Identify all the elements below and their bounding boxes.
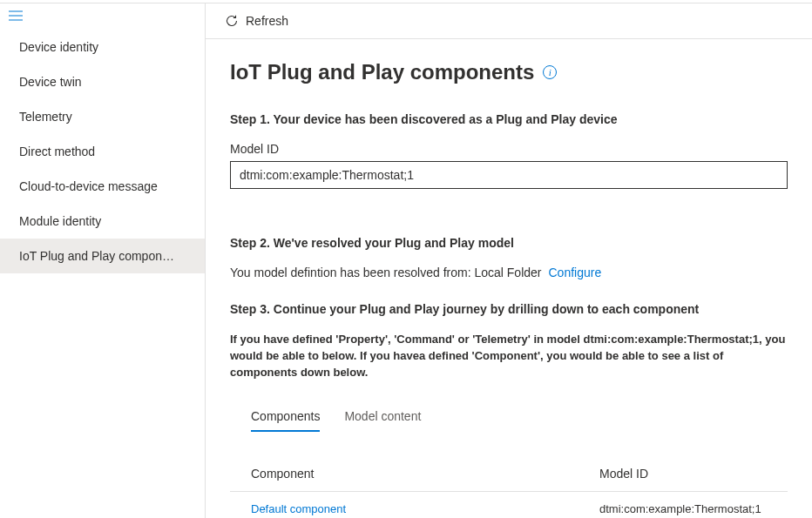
sidebar-item-module-identity[interactable]: Module identity bbox=[0, 204, 205, 239]
nav-list: Device identity Device twin Telemetry Di… bbox=[0, 30, 205, 273]
content-area: IoT Plug and Play components i Step 1. Y… bbox=[206, 39, 812, 518]
step-3-description: If you have defined 'Property', 'Command… bbox=[230, 332, 788, 381]
table-row: Default component dtmi:com:example:Therm… bbox=[230, 492, 788, 518]
step-3-heading: Step 3. Continue your Plug and Play jour… bbox=[230, 302, 788, 316]
step-3: Step 3. Continue your Plug and Play jour… bbox=[230, 302, 788, 518]
row-model-id: dtmi:com:example:Thermostat;1 bbox=[599, 502, 767, 515]
page-title-text: IoT Plug and Play components bbox=[230, 60, 534, 84]
component-link[interactable]: Default component bbox=[251, 502, 346, 515]
model-id-label: Model ID bbox=[230, 142, 788, 156]
toolbar: Refresh bbox=[206, 3, 812, 39]
col-header-model-id: Model ID bbox=[599, 467, 767, 481]
sidebar-item-device-identity[interactable]: Device identity bbox=[0, 30, 205, 64]
tab-model-content[interactable]: Model content bbox=[344, 404, 421, 432]
info-icon[interactable]: i bbox=[543, 65, 557, 79]
sidebar: Device identity Device twin Telemetry Di… bbox=[0, 3, 206, 518]
sidebar-item-cloud-to-device-message[interactable]: Cloud-to-device message bbox=[0, 169, 205, 204]
sidebar-item-device-twin[interactable]: Device twin bbox=[0, 64, 205, 99]
step-1: Step 1. Your device has been discovered … bbox=[230, 112, 788, 213]
hamburger-icon bbox=[9, 10, 23, 21]
refresh-button[interactable]: Refresh bbox=[218, 10, 295, 31]
main-content: Refresh IoT Plug and Play components i S… bbox=[206, 3, 812, 518]
step-2: Step 2. We've resolved your Plug and Pla… bbox=[230, 236, 788, 279]
components-table: Component Model ID Default component dtm… bbox=[230, 456, 788, 518]
tab-components[interactable]: Components bbox=[251, 404, 320, 432]
refresh-label: Refresh bbox=[246, 14, 288, 28]
sidebar-item-direct-method[interactable]: Direct method bbox=[0, 134, 205, 169]
configure-link[interactable]: Configure bbox=[548, 266, 601, 279]
resolved-text: You model defintion has been resolved fr… bbox=[230, 266, 541, 279]
sidebar-item-iot-plug-and-play[interactable]: IoT Plug and Play compon… bbox=[0, 239, 205, 273]
refresh-icon bbox=[225, 14, 239, 28]
model-id-input[interactable] bbox=[230, 161, 788, 189]
tabs: Components Model content bbox=[230, 404, 788, 432]
page-title: IoT Plug and Play components i bbox=[230, 60, 788, 84]
step-2-heading: Step 2. We've resolved your Plug and Pla… bbox=[230, 236, 788, 250]
col-header-component: Component bbox=[251, 467, 599, 481]
step-1-heading: Step 1. Your device has been discovered … bbox=[230, 112, 788, 126]
sidebar-item-telemetry[interactable]: Telemetry bbox=[0, 99, 205, 134]
hamburger-menu-button[interactable] bbox=[0, 7, 205, 30]
table-header: Component Model ID bbox=[230, 456, 788, 492]
